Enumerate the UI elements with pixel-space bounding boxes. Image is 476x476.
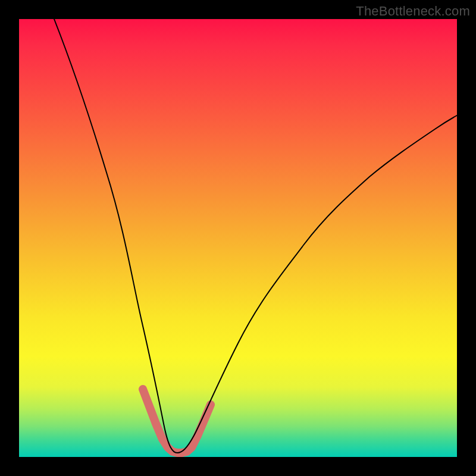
chart-plot-area [19,19,457,457]
bottleneck-curve [54,19,457,453]
watermark-text: TheBottleneck.com [356,4,470,19]
chart-overlay [19,19,457,457]
chart-frame: TheBottleneck.com [0,0,476,476]
